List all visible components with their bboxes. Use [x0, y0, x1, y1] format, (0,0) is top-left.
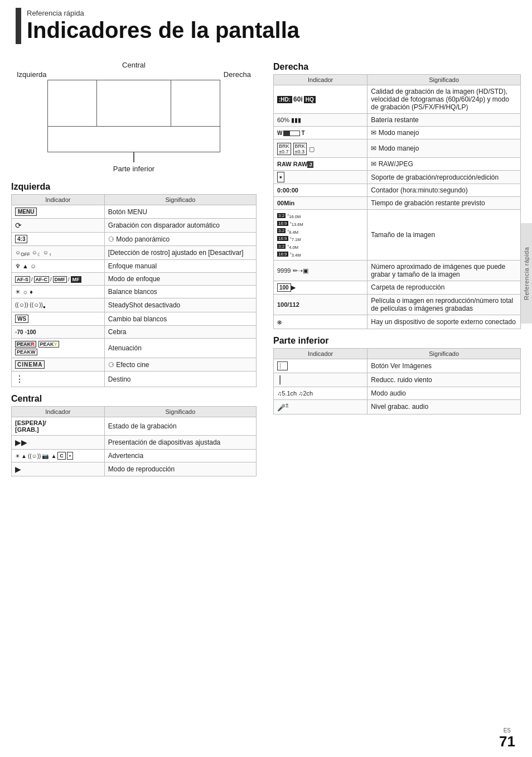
page-title: Indicadores de la pantalla — [27, 17, 299, 43]
focus-manual-icons: ♆ ▲ ☺ — [15, 263, 36, 269]
table-row: WS Cambio bal blancos — [12, 312, 257, 326]
significado-cell: Enfoque manual — [104, 260, 256, 273]
table-row: ⎸ Botón Ver Imágenes — [274, 359, 521, 373]
indicator-cell: ((☺)) ((☺))● — [12, 298, 105, 312]
ratio-badge-6: 16:9 — [277, 252, 288, 257]
wb-icons: ☀ ☼ ♦ — [15, 288, 33, 295]
significado-cell: Modo de reproducción — [104, 462, 256, 476]
diagram-label-central: Central — [11, 61, 257, 69]
playback-counter-display: 100/112 — [277, 301, 299, 308]
significado-cell: Presentación de diapositivas ajustada — [104, 436, 256, 450]
view-images-icon: ⎸ — [277, 361, 288, 370]
table-row: 4:3 ⚆ Modo panorámico — [12, 233, 257, 246]
indicator-cell: CINEMA — [12, 358, 105, 372]
significado-cell: Destino — [104, 372, 256, 387]
timer-icon: ⟳ — [15, 221, 22, 230]
indicator-cell: 🎤± — [274, 399, 367, 414]
table-row: ☀ ▲ ((☺)) 📷 ▲ C ▪ Advertencia — [12, 450, 257, 462]
significado-cell: Calidad de grabación de la imagen (HD/ST… — [367, 85, 521, 114]
cinema-icon: CINEMA — [15, 360, 45, 369]
central-table: Indicador Significado [ESPERA]/[GRAB.] E… — [11, 406, 257, 476]
ratio-badge-2: 16:9 — [277, 221, 288, 226]
indicator-cell: 4:3 — [12, 233, 105, 246]
table-row: :HD: 60i HQ Calidad de grabación de la i… — [274, 85, 521, 114]
recording-time-display: 00Min — [277, 200, 294, 206]
table-row: ⎈ Hay un dispositivo de soporte externo … — [274, 315, 521, 329]
indicator-cell: ⎸ — [274, 359, 367, 373]
ratio-badge-1: 3:2 — [277, 213, 286, 218]
significado-cell: Reducc. ruido viento — [367, 373, 521, 387]
table-row: ♫5.1ch ♫2ch Modo audio — [274, 387, 521, 399]
indicator-cell: 0:00:00 — [274, 184, 367, 197]
indicator-cell: PEAKR PEAKY PEAKW — [12, 339, 105, 358]
significado-cell: Tamaño de la imagen — [367, 210, 521, 261]
mf-icon: MF — [71, 276, 81, 283]
table-row: CINEMA ⚆ Efecto cine — [12, 358, 257, 372]
indicator-cell: AF-S / AF-C / DMF / MF — [12, 273, 105, 286]
brk-box2: BRK±0.3 — [293, 143, 307, 155]
hq-badge: HQ — [304, 96, 316, 103]
table-row: ♆ ▲ ☺ Enfoque manual — [12, 260, 257, 273]
table-row: 100▶ Carpeta de reproducción — [274, 281, 521, 294]
sidebar-label: Referencia rápida — [521, 223, 532, 324]
table-row: RAW RAWJ ✉ RAW/JPEG — [274, 158, 521, 171]
significado-cell: ⚆ Modo panorámico — [104, 233, 256, 246]
ratio-row-1: 3:2 ▫16.0M — [277, 212, 364, 219]
table-row: ((☺)) ((☺))● SteadyShot desactivado — [12, 298, 257, 312]
significado-cell: Botón MENU — [104, 205, 256, 219]
indicator-cell: 9999 ✏➝▣ — [274, 260, 367, 281]
ratio-icon: 4:3 — [15, 235, 27, 243]
hd-60i-hq-icon: :HD: 60i HQ — [277, 95, 316, 103]
section-izquierda-heading: Izquierda — [11, 182, 257, 192]
indicator-cell: 00Min — [274, 197, 367, 210]
table-row: 100/112 Película o imagen en reproducció… — [274, 294, 521, 315]
crosshair-icon: ⋮ — [15, 374, 24, 384]
indicator-cell: ▶▶ — [12, 436, 105, 450]
table-row: ☀ ☼ ♦ Balance blancos — [12, 286, 257, 298]
section-parte-inferior-heading: Parte inferior — [273, 336, 521, 346]
hd-badge: :HD: — [277, 96, 292, 103]
image-count-display: 9999 ✏➝▣ — [277, 267, 308, 274]
indicator-cell: 100▶ — [274, 281, 367, 294]
table-row: ▫70 ▫100 Cebra — [12, 326, 257, 339]
col-header-indicador-pi: Indicador — [274, 348, 367, 359]
peak-r-icon: PEAKR — [15, 341, 36, 348]
table-row: 9999 ✏➝▣ Número aproximado de imágenes q… — [274, 260, 521, 281]
indicator-cell: ⎟ — [274, 373, 367, 387]
significado-cell: Cambio bal blancos — [104, 312, 256, 326]
diagram-label-derecha: Derecha — [224, 70, 251, 79]
indicator-cell: :HD: 60i HQ — [274, 85, 367, 114]
significado-cell: ⚆ Efecto cine — [104, 358, 256, 372]
ratio-row-6: 16:9 ▫3.4M — [277, 250, 364, 258]
significado-cell: Número aproximado de imágenes que puede … — [367, 260, 521, 281]
table-row: ⋮ Destino — [12, 372, 257, 387]
table-row: AF-S / AF-C / DMF / MF Modo de enfoque — [12, 273, 257, 286]
indicator-cell: ♆ ▲ ☺ — [12, 260, 105, 273]
significado-cell: Película o imagen en reproducción/número… — [367, 294, 521, 315]
card-icon: ▪ — [277, 172, 284, 182]
significado-cell: ✉ Modo manejo — [367, 127, 521, 139]
zoom-bar-icon: W T — [277, 130, 305, 136]
significado-cell: Atenuación — [104, 339, 256, 358]
warning-box1: C — [57, 452, 66, 460]
significado-cell: [Detección de rostro] ajustado en [Desac… — [104, 246, 256, 260]
ws-icon: WS — [15, 315, 28, 323]
audio-mode-display: ♫5.1ch ♫2ch — [277, 390, 313, 397]
col-header-indicador-c: Indicador — [12, 407, 105, 417]
peak-icons: PEAKR PEAKY PEAKW — [15, 341, 101, 355]
indicator-cell: 100/112 — [274, 294, 367, 315]
significado-cell: Modo audio — [367, 387, 521, 399]
folder-box: 100 — [277, 283, 291, 292]
table-row: BRK±0.7 BRK±0.3 ▢ ✉ Modo manejo — [274, 139, 521, 158]
ratio-row-4: 16:9 ▫7.1M — [277, 235, 364, 242]
significado-cell: Advertencia — [104, 450, 256, 462]
brk-box1: BRK±0.7 — [277, 143, 291, 155]
table-row: ▪ Soporte de grabación/reproducción/edic… — [274, 171, 521, 184]
significado-cell: Batería restante — [367, 114, 521, 127]
indicator-cell: ▪ — [274, 171, 367, 184]
col-header-indicador-d: Indicador — [274, 75, 367, 85]
table-row: W T ✉ Modo manejo — [274, 127, 521, 139]
ratio-badge-4: 16:9 — [277, 236, 288, 241]
col-header-significado-iz: Significado — [104, 195, 256, 205]
zoom-bar-inner — [283, 131, 300, 136]
